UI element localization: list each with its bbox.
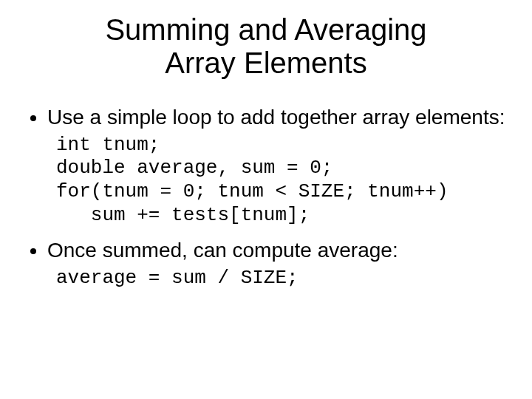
bullet-1-text: Use a simple loop to add together array … [47, 106, 505, 129]
title-line-2: Array Elements [165, 47, 366, 79]
code-block-1: int tnum; double average, sum = 0; for(t… [56, 134, 505, 228]
slide-title: Summing and Averaging Array Elements [27, 13, 505, 80]
code1-line1: int tnum; [56, 134, 160, 156]
code2-line1: average = sum / SIZE; [56, 267, 299, 289]
bullet-2: Once summed, can compute average: [47, 238, 505, 262]
code1-line3: for(tnum = 0; tnum < SIZE; tnum++) [56, 180, 449, 202]
bullet-list: Use a simple loop to add together array … [27, 105, 505, 129]
code1-line2: double average, sum = 0; [56, 157, 332, 179]
slide: Summing and Averaging Array Elements Use… [0, 0, 532, 399]
code1-line4: sum += tests[tnum]; [56, 204, 310, 226]
title-line-1: Summing and Averaging [105, 13, 426, 46]
bullet-2-text: Once summed, can compute average: [47, 239, 398, 262]
bullet-1: Use a simple loop to add together array … [47, 105, 505, 129]
code-block-2: average = sum / SIZE; [56, 267, 505, 290]
bullet-list-2: Once summed, can compute average: [27, 238, 505, 262]
